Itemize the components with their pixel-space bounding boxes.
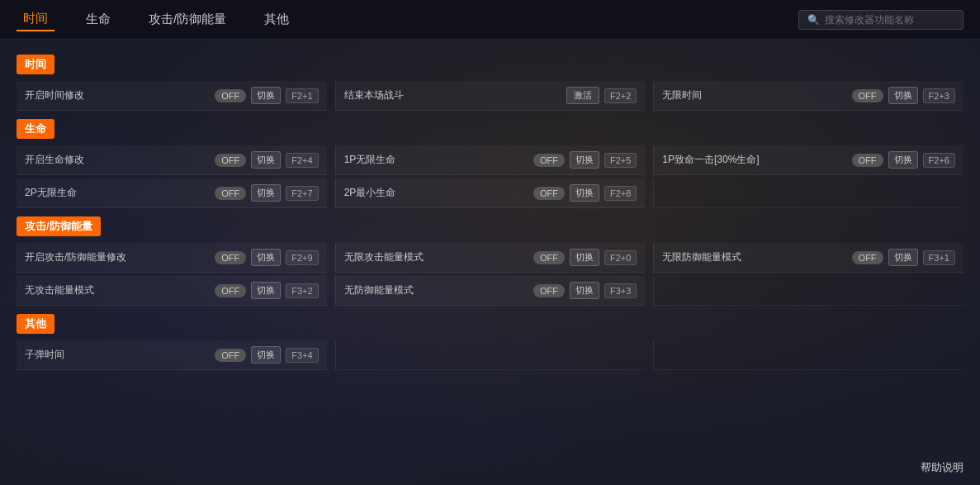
- control-time-enable: 开启时间修改 OFF 切换 F2+1: [17, 81, 327, 111]
- label-infinite-atk-energy: 无限攻击能量模式: [344, 250, 528, 264]
- switch-1p-infinite-life[interactable]: 切换: [570, 151, 599, 169]
- search-icon: 🔍: [807, 14, 820, 26]
- search-input[interactable]: [825, 14, 954, 26]
- control-no-atk-energy: 无攻击能量模式 OFF 切换 F3+2: [17, 276, 327, 306]
- content-area: 时间 开启时间修改 OFF 切换 F2+1 结束本场战斗 激活 F2+2 无限时…: [0, 40, 980, 485]
- hotkey-infinite-def-energy: F3+1: [923, 250, 955, 265]
- hotkey-attack-enable: F2+9: [286, 250, 318, 265]
- hotkey-infinite-time: F2+3: [923, 88, 955, 103]
- activate-end-battle[interactable]: 激活: [566, 87, 599, 104]
- toggle-life-enable[interactable]: OFF: [215, 154, 246, 167]
- section-life: 生命 开启生命修改 OFF 切换 F2+4 1P无限生命 OFF 切换 F2+5…: [17, 114, 963, 208]
- switch-life-enable[interactable]: 切换: [251, 151, 281, 169]
- switch-infinite-atk-energy[interactable]: 切换: [570, 249, 599, 266]
- attack-row-2: 无攻击能量模式 OFF 切换 F3+2 无防御能量模式 OFF 切换 F3+3: [17, 276, 963, 306]
- hotkey-no-def-energy: F3+3: [604, 283, 637, 298]
- hotkey-end-battle: F2+2: [604, 88, 637, 103]
- switch-infinite-time[interactable]: 切换: [888, 87, 918, 104]
- nav-item-attack[interactable]: 攻击/防御能量: [142, 8, 233, 31]
- control-infinite-time: 无限时间 OFF 切换 F2+3: [653, 81, 963, 111]
- label-life-enable: 开启生命修改: [25, 153, 210, 167]
- toggle-2p-infinite-life[interactable]: OFF: [215, 187, 246, 200]
- label-1p-infinite-life: 1P无限生命: [344, 153, 528, 167]
- switch-1p-lethal[interactable]: 切换: [888, 151, 918, 169]
- label-no-def-energy: 无防御能量模式: [344, 283, 528, 297]
- toggle-1p-infinite-life[interactable]: OFF: [533, 154, 565, 167]
- toggle-infinite-time[interactable]: OFF: [852, 89, 883, 102]
- section-header-life: 生命: [17, 119, 54, 139]
- toggle-no-atk-energy[interactable]: OFF: [215, 284, 246, 297]
- hotkey-2p-min-life: F2+8: [604, 186, 637, 201]
- section-attack: 攻击/防御能量 开启攻击/防御能量修改 OFF 切换 F2+9 无限攻击能量模式…: [17, 212, 963, 306]
- top-nav: 时间 生命 攻击/防御能量 其他 🔍: [0, 0, 980, 40]
- switch-2p-infinite-life[interactable]: 切换: [251, 184, 281, 202]
- switch-time-enable[interactable]: 切换: [251, 87, 281, 104]
- section-header-attack: 攻击/防御能量: [17, 216, 101, 236]
- label-infinite-def-energy: 无限防御能量模式: [662, 250, 846, 264]
- label-2p-min-life: 2P最小生命: [344, 186, 528, 200]
- attack-row-1: 开启攻击/防御能量修改 OFF 切换 F2+9 无限攻击能量模式 OFF 切换 …: [17, 243, 963, 273]
- empty-attack-row2-col3: [653, 276, 963, 306]
- control-bullet-time: 子弹时间 OFF 切换 F3+4: [17, 340, 327, 370]
- nav-item-other[interactable]: 其他: [258, 8, 296, 31]
- hotkey-2p-infinite-life: F2+7: [286, 186, 318, 201]
- hotkey-bullet-time: F3+4: [286, 348, 318, 363]
- label-2p-infinite-life: 2P无限生命: [25, 186, 210, 200]
- hotkey-life-enable: F2+4: [286, 153, 318, 168]
- section-header-other: 其他: [17, 314, 54, 334]
- section-time: 时间 开启时间修改 OFF 切换 F2+1 结束本场战斗 激活 F2+2 无限时…: [17, 50, 963, 111]
- control-attack-enable: 开启攻击/防御能量修改 OFF 切换 F2+9: [17, 243, 327, 273]
- life-row-1: 开启生命修改 OFF 切换 F2+4 1P无限生命 OFF 切换 F2+5 1P…: [17, 145, 963, 175]
- label-1p-lethal: 1P致命一击[30%生命]: [662, 153, 846, 167]
- hotkey-1p-lethal: F2+6: [923, 153, 955, 168]
- control-2p-min-life: 2P最小生命 OFF 切换 F2+8: [335, 178, 646, 208]
- main-container: 时间 生命 攻击/防御能量 其他 🔍 时间 开启时间修改 OFF 切换 F2+1…: [0, 0, 980, 485]
- label-infinite-time: 无限时间: [662, 88, 846, 102]
- toggle-no-def-energy[interactable]: OFF: [533, 284, 565, 297]
- toggle-bullet-time[interactable]: OFF: [215, 349, 246, 362]
- control-1p-lethal: 1P致命一击[30%生命] OFF 切换 F2+6: [653, 145, 963, 175]
- control-life-enable: 开启生命修改 OFF 切换 F2+4: [17, 145, 327, 175]
- control-1p-infinite-life: 1P无限生命 OFF 切换 F2+5: [335, 145, 646, 175]
- control-infinite-atk-energy: 无限攻击能量模式 OFF 切换 F2+0: [335, 243, 646, 273]
- control-infinite-def-energy: 无限防御能量模式 OFF 切换 F3+1: [653, 243, 963, 273]
- other-row-1: 子弹时间 OFF 切换 F3+4: [17, 340, 963, 370]
- label-time-enable: 开启时间修改: [25, 88, 210, 102]
- switch-infinite-def-energy[interactable]: 切换: [888, 249, 918, 266]
- toggle-1p-lethal[interactable]: OFF: [852, 154, 883, 167]
- toggle-infinite-atk-energy[interactable]: OFF: [533, 251, 565, 264]
- label-attack-enable: 开启攻击/防御能量修改: [25, 250, 210, 264]
- label-end-battle: 结束本场战斗: [344, 88, 561, 102]
- life-row-2: 2P无限生命 OFF 切换 F2+7 2P最小生命 OFF 切换 F2+8: [17, 178, 963, 208]
- switch-bullet-time[interactable]: 切换: [251, 346, 281, 364]
- control-no-def-energy: 无防御能量模式 OFF 切换 F3+3: [335, 276, 646, 306]
- search-box[interactable]: 🔍: [798, 10, 963, 30]
- toggle-infinite-def-energy[interactable]: OFF: [852, 251, 883, 264]
- section-header-time: 时间: [17, 55, 54, 74]
- time-row-1: 开启时间修改 OFF 切换 F2+1 结束本场战斗 激活 F2+2 无限时间 O…: [17, 81, 963, 111]
- toggle-time-enable[interactable]: OFF: [215, 89, 246, 102]
- nav-item-time[interactable]: 时间: [17, 7, 54, 31]
- label-bullet-time: 子弹时间: [25, 348, 210, 362]
- footer: 帮助说明: [921, 460, 963, 475]
- hotkey-infinite-atk-energy: F2+0: [604, 250, 637, 265]
- empty-other-row1-col2: [335, 340, 646, 370]
- empty-life-row2-col3: [653, 178, 963, 208]
- hotkey-1p-infinite-life: F2+5: [604, 153, 637, 168]
- label-no-atk-energy: 无攻击能量模式: [25, 283, 210, 297]
- switch-attack-enable[interactable]: 切换: [251, 249, 281, 266]
- control-end-battle: 结束本场战斗 激活 F2+2: [335, 81, 646, 111]
- switch-no-atk-energy[interactable]: 切换: [251, 282, 281, 299]
- hotkey-no-atk-energy: F3+2: [286, 283, 318, 298]
- empty-other-row1-col3: [653, 340, 963, 370]
- toggle-attack-enable[interactable]: OFF: [215, 251, 246, 264]
- control-2p-infinite-life: 2P无限生命 OFF 切换 F2+7: [17, 178, 327, 208]
- help-label[interactable]: 帮助说明: [921, 461, 963, 473]
- nav-item-life[interactable]: 生命: [79, 8, 117, 31]
- switch-2p-min-life[interactable]: 切换: [570, 184, 599, 202]
- switch-no-def-energy[interactable]: 切换: [570, 282, 599, 299]
- hotkey-time-enable: F2+1: [286, 88, 318, 103]
- section-other: 其他 子弹时间 OFF 切换 F3+4: [17, 309, 963, 370]
- toggle-2p-min-life[interactable]: OFF: [533, 187, 565, 200]
